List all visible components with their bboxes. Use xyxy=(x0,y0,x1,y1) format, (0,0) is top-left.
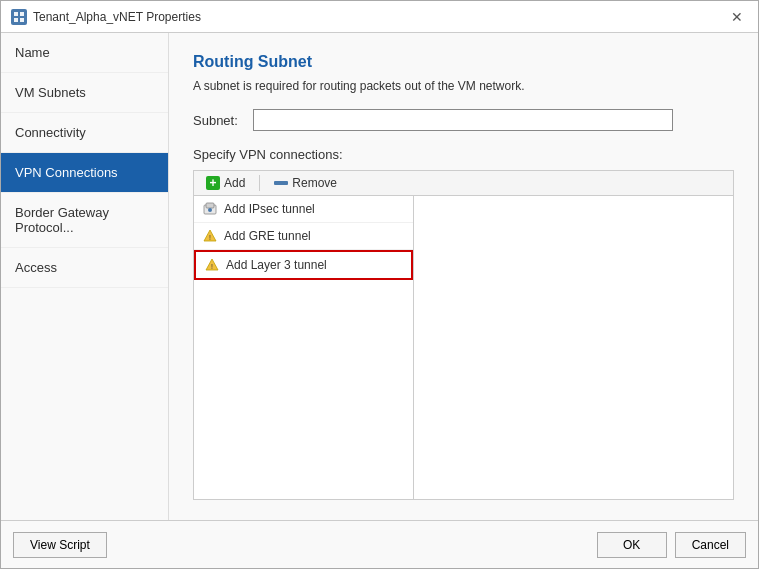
vpn-item-layer3[interactable]: ! Add Layer 3 tunnel xyxy=(194,250,413,280)
vpn-section-label: Specify VPN connections: xyxy=(193,147,734,162)
sidebar-item-border-gateway[interactable]: Border Gateway Protocol... xyxy=(1,193,168,248)
footer-right: OK Cancel xyxy=(597,532,746,558)
view-script-button[interactable]: View Script xyxy=(13,532,107,558)
ok-button[interactable]: OK xyxy=(597,532,667,558)
titlebar-left: Tenant_Alpha_vNET Properties xyxy=(11,9,201,25)
vpn-list: Add IPsec tunnel ! Add GRE tunnel xyxy=(194,196,414,499)
svg-point-6 xyxy=(208,208,212,212)
svg-rect-5 xyxy=(206,203,214,208)
sidebar-item-vm-subnets[interactable]: VM Subnets xyxy=(1,73,168,113)
gre-icon: ! xyxy=(202,228,218,244)
svg-rect-2 xyxy=(14,18,18,22)
svg-rect-0 xyxy=(14,12,18,16)
footer: View Script OK Cancel xyxy=(1,520,758,568)
svg-text:!: ! xyxy=(211,263,213,270)
sidebar-item-connectivity[interactable]: Connectivity xyxy=(1,113,168,153)
gre-label: Add GRE tunnel xyxy=(224,229,311,243)
layer3-label: Add Layer 3 tunnel xyxy=(226,258,327,272)
panel-title: Routing Subnet xyxy=(193,53,734,71)
sidebar-item-vpn-connections[interactable]: VPN Connections xyxy=(1,153,168,193)
remove-label: Remove xyxy=(292,176,337,190)
ipsec-icon xyxy=(202,201,218,217)
vpn-list-container: Add IPsec tunnel ! Add GRE tunnel xyxy=(193,195,734,500)
svg-text:!: ! xyxy=(209,234,211,241)
ipsec-label: Add IPsec tunnel xyxy=(224,202,315,216)
titlebar: Tenant_Alpha_vNET Properties ✕ xyxy=(1,1,758,33)
window-icon xyxy=(11,9,27,25)
vpn-item-gre[interactable]: ! Add GRE tunnel xyxy=(194,223,413,250)
sidebar-item-access[interactable]: Access xyxy=(1,248,168,288)
window-title: Tenant_Alpha_vNET Properties xyxy=(33,10,201,24)
panel-description: A subnet is required for routing packets… xyxy=(193,79,734,93)
subnet-label: Subnet: xyxy=(193,113,243,128)
add-button[interactable]: + Add xyxy=(200,174,251,192)
window: Tenant_Alpha_vNET Properties ✕ Name VM S… xyxy=(0,0,759,569)
svg-rect-1 xyxy=(20,12,24,16)
sidebar: Name VM Subnets Connectivity VPN Connect… xyxy=(1,33,169,520)
cancel-button[interactable]: Cancel xyxy=(675,532,746,558)
layer3-icon: ! xyxy=(204,257,220,273)
remove-button[interactable]: Remove xyxy=(268,174,343,192)
remove-icon xyxy=(274,181,288,185)
add-label: Add xyxy=(224,176,245,190)
sidebar-item-name[interactable]: Name xyxy=(1,33,168,73)
add-icon: + xyxy=(206,176,220,190)
subnet-input[interactable] xyxy=(253,109,673,131)
content-area: Name VM Subnets Connectivity VPN Connect… xyxy=(1,33,758,520)
svg-rect-3 xyxy=(20,18,24,22)
vpn-item-ipsec[interactable]: Add IPsec tunnel xyxy=(194,196,413,223)
toolbar-separator xyxy=(259,175,260,191)
vpn-toolbar: + Add Remove xyxy=(193,170,734,195)
footer-left: View Script xyxy=(13,532,107,558)
subnet-row: Subnet: xyxy=(193,109,734,131)
main-panel: Routing Subnet A subnet is required for … xyxy=(169,33,758,520)
vpn-content-area xyxy=(414,196,733,499)
close-button[interactable]: ✕ xyxy=(726,6,748,28)
